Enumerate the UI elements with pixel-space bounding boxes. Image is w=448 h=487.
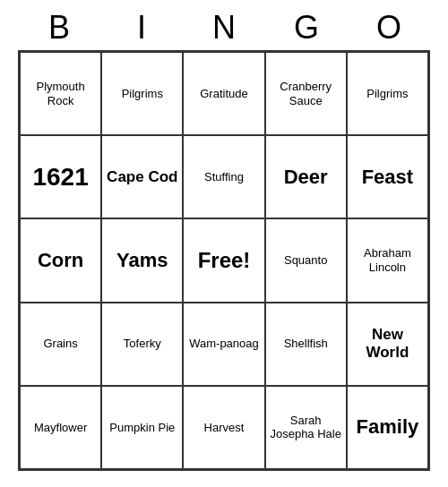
cell-4-4: Family [347, 386, 428, 469]
cell-0-3: Cranberry Sauce [265, 52, 347, 135]
cell-2-1: Yams [101, 218, 183, 302]
letter-g: G [267, 9, 346, 47]
bingo-grid: Plymouth Rock Pilgrims Gratitude Cranber… [18, 50, 430, 471]
cell-4-2: Harvest [183, 386, 264, 469]
cell-2-4: Abraham Lincoln [347, 218, 428, 302]
bingo-title: B I N G O [18, 9, 430, 47]
cell-3-4: New World [347, 303, 428, 386]
cell-2-2-free: Free! [183, 218, 264, 302]
cell-3-2: Wam-panoag [183, 303, 264, 386]
cell-0-0: Plymouth Rock [20, 52, 101, 135]
cell-1-4: Feast [347, 135, 428, 218]
cell-0-1: Pilgrims [101, 52, 183, 135]
letter-i: I [102, 9, 181, 47]
cell-3-0: Grains [20, 303, 101, 386]
cell-3-1: Toferky [101, 303, 183, 386]
letter-b: B [20, 9, 99, 47]
cell-0-4: Pilgrims [347, 52, 428, 135]
cell-4-3: Sarah Josepha Hale [265, 386, 347, 469]
cell-2-3: Squanto [265, 218, 347, 302]
cell-3-3: Shellfish [265, 303, 347, 386]
cell-1-0: 1621 [20, 135, 101, 218]
cell-4-1: Pumpkin Pie [101, 386, 183, 469]
cell-0-2: Gratitude [183, 52, 264, 135]
letter-o: O [349, 9, 428, 47]
cell-4-0: Mayflower [20, 386, 101, 469]
cell-1-1: Cape Cod [101, 135, 183, 218]
cell-1-2: Stuffing [183, 135, 264, 218]
cell-1-3: Deer [265, 135, 347, 218]
cell-2-0: Corn [20, 218, 101, 302]
letter-n: N [185, 9, 263, 47]
